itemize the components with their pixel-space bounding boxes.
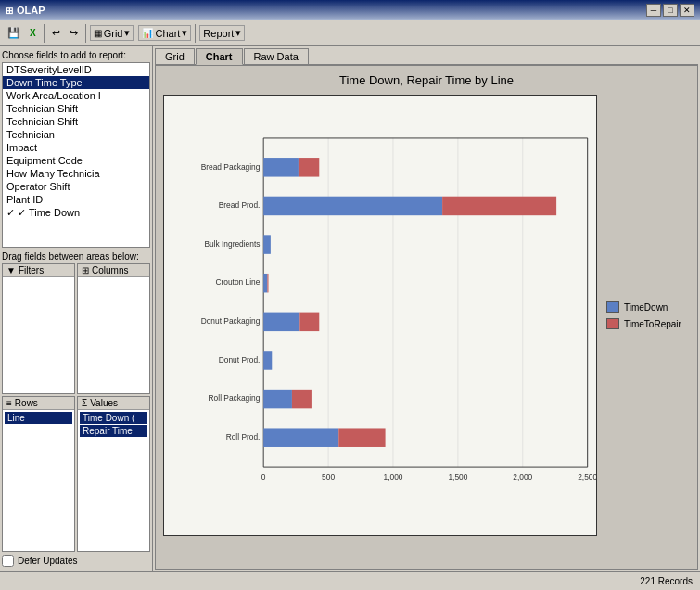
minimize-button[interactable]: ─: [646, 4, 661, 17]
svg-text:Bread Packaging: Bread Packaging: [201, 162, 261, 172]
field-list-item[interactable]: DTSeverityLevelID: [3, 63, 149, 76]
maximize-button[interactable]: □: [663, 4, 678, 17]
legend-item-timetorepair: TimeToRepair: [606, 318, 690, 329]
svg-text:Roll Packaging: Roll Packaging: [209, 393, 261, 403]
export-xls-button[interactable]: X: [26, 26, 40, 40]
svg-rect-12: [263, 158, 299, 177]
grid-dropdown[interactable]: ▦ Grid ▾: [90, 25, 134, 41]
values-chip[interactable]: Repair Time: [80, 425, 147, 437]
legend-label-timetorepair: TimeToRepair: [624, 319, 681, 329]
columns-content[interactable]: [78, 277, 149, 393]
field-list-item[interactable]: Impact: [3, 141, 149, 154]
chart-dropdown[interactable]: 📊 Chart ▾: [138, 25, 191, 41]
defer-row: Defer Updates: [2, 552, 150, 570]
svg-rect-28: [263, 390, 292, 409]
tab-grid[interactable]: Grid: [155, 48, 195, 64]
tab-chart[interactable]: Chart: [196, 48, 243, 65]
rows-area: ≡ Rows Line: [2, 396, 75, 553]
field-list-item[interactable]: ✓ Time Down: [3, 206, 149, 220]
field-list-item[interactable]: Technician: [3, 128, 149, 141]
chart-dropdown-arrow: ▾: [182, 27, 187, 39]
svg-rect-24: [299, 313, 319, 332]
svg-text:500: 500: [322, 472, 335, 481]
columns-area: ⊞ Columns: [77, 263, 150, 394]
values-chip[interactable]: Time Down (: [80, 412, 147, 424]
values-label: Values: [90, 398, 118, 408]
chart-title: Time Down, Repair Time by Line: [163, 73, 690, 87]
choose-fields-label: Choose fields to add to report:: [2, 48, 150, 62]
save-button[interactable]: 💾: [4, 25, 24, 41]
sigma-icon: Σ: [82, 398, 87, 408]
svg-text:Roll Prod.: Roll Prod.: [226, 432, 261, 442]
field-list[interactable]: DTSeverityLevelIDDown Time TypeWork Area…: [2, 62, 150, 248]
field-list-item[interactable]: Technician Shift: [3, 115, 149, 128]
title-bar: ⊞ OLAP ─ □ ✕: [0, 0, 700, 20]
tab-rawdata[interactable]: Raw Data: [244, 48, 309, 64]
defer-checkbox[interactable]: [2, 555, 14, 567]
drag-fields-label: Drag fields between areas below:: [2, 251, 150, 262]
filters-header: ▼ Filters: [3, 264, 74, 277]
legend-color-timetorepair: [606, 318, 619, 329]
grid-dropdown-arrow: ▾: [124, 27, 130, 39]
tabs-bar: GridChartRaw Data: [155, 48, 698, 65]
filters-content[interactable]: [3, 277, 74, 393]
report-dropdown[interactable]: Report ▾: [199, 25, 245, 41]
grid-icon: ▦: [94, 28, 102, 38]
chart-inner: Time Down, Repair Time by Line 05001,000…: [163, 73, 690, 561]
close-button[interactable]: ✕: [680, 4, 694, 17]
rows-header: ≡ Rows: [3, 397, 74, 410]
legend-color-timedown: [606, 301, 619, 313]
chart-container: Time Down, Repair Time by Line 05001,000…: [155, 65, 698, 570]
svg-text:1,000: 1,000: [383, 472, 402, 481]
field-list-item[interactable]: Work Area/Location I: [3, 89, 149, 102]
field-list-item[interactable]: Down Time Type: [3, 76, 149, 89]
rows-content[interactable]: Line: [3, 410, 74, 552]
toolbar-sep-3: [195, 24, 196, 43]
svg-rect-29: [292, 390, 312, 409]
svg-rect-32: [338, 428, 385, 447]
chart-icon: 📊: [142, 28, 153, 38]
records-count: 221 Records: [640, 576, 693, 586]
values-header: Σ Values: [78, 397, 149, 410]
undo-button[interactable]: ↩: [48, 25, 64, 41]
toolbar-sep-1: [44, 24, 45, 43]
rows-label: Rows: [15, 398, 38, 408]
values-area: Σ Values Time Down (Repair Time: [77, 396, 150, 553]
svg-text:Bulk Ingredients: Bulk Ingredients: [204, 239, 260, 249]
rows-chip[interactable]: Line: [5, 412, 72, 424]
legend-item-timedown: TimeDown: [606, 301, 690, 313]
field-list-item[interactable]: How Many Technicia: [3, 167, 149, 180]
columns-icon: ⊞: [82, 265, 89, 276]
field-list-item[interactable]: Technician Shift: [3, 102, 149, 115]
left-panel: Choose fields to add to report: DTSeveri…: [0, 46, 153, 571]
chart-body: 05001,0001,5002,0002,500Bread PackagingB…: [163, 95, 690, 536]
svg-rect-23: [263, 313, 299, 332]
field-list-item[interactable]: Plant ID: [3, 193, 149, 206]
svg-rect-31: [263, 428, 338, 447]
filter-icon: ▼: [6, 265, 16, 276]
redo-button[interactable]: ↪: [66, 25, 82, 41]
toolbar-sep-2: [85, 24, 86, 43]
svg-rect-15: [263, 197, 442, 216]
svg-rect-26: [263, 351, 272, 370]
field-list-item[interactable]: Operator Shift: [3, 180, 149, 193]
grid-label: Grid: [104, 28, 123, 39]
svg-text:Bread Prod.: Bread Prod.: [219, 200, 261, 210]
columns-label: Columns: [92, 265, 128, 276]
app-icon: ⊞: [6, 6, 13, 16]
filters-area: ▼ Filters: [2, 263, 75, 394]
title-bar-controls[interactable]: ─ □ ✕: [646, 4, 694, 17]
svg-rect-13: [299, 158, 319, 177]
svg-text:Crouton Line: Crouton Line: [215, 277, 260, 287]
title-bar-left: ⊞ OLAP: [6, 5, 45, 16]
filters-label: Filters: [19, 265, 44, 276]
svg-text:Donut Packaging: Donut Packaging: [201, 316, 261, 326]
legend-label-timedown: TimeDown: [624, 302, 668, 313]
defer-label: Defer Updates: [18, 556, 77, 566]
svg-text:2,500: 2,500: [578, 472, 596, 481]
values-content[interactable]: Time Down (Repair Time: [78, 410, 149, 552]
toolbar: 💾 X ↩ ↪ ▦ Grid ▾ 📊 Chart ▾ Report ▾: [0, 20, 700, 46]
chart-label: Chart: [155, 28, 180, 39]
field-list-item[interactable]: Equipment Code: [3, 154, 149, 167]
svg-text:Donut Prod.: Donut Prod.: [219, 355, 261, 365]
